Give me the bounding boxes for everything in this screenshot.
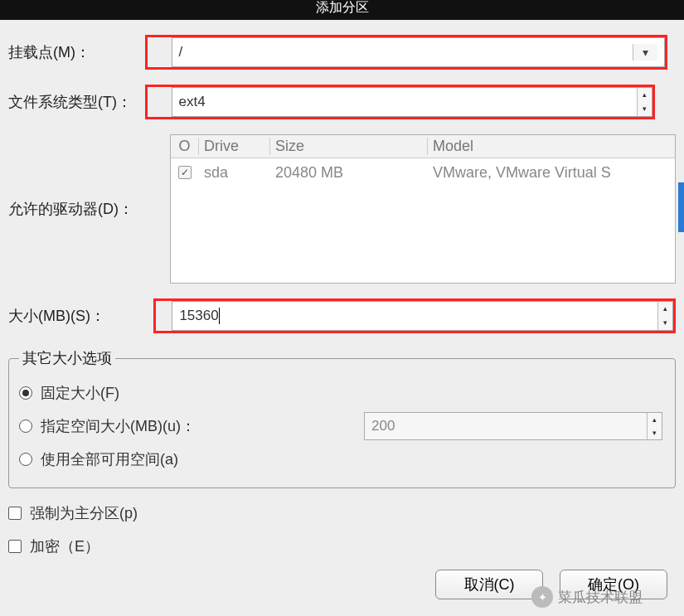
drives-table[interactable]: O Drive Size Model ✓ sda 20480 MB VMware… [170,134,676,284]
drive-model: VMware, VMware Virtual S [428,164,675,182]
radio-upto-label: 指定空间大小(MB)(u)： [41,416,356,436]
fs-type-row: 文件系统类型(T)： ext4 ▴▾ [8,85,676,119]
size-label: 大小(MB)(S)： [8,306,153,326]
drive-name: sda [199,164,270,182]
spinner-icon: ▴▾ [647,413,662,439]
radio-icon [19,453,32,466]
upto-spinner: 200 ▴▾ [364,412,662,440]
table-row[interactable]: ✓ sda 20480 MB VMware, VMware Virtual S [171,158,675,187]
checkbox-icon [8,540,22,553]
dialog-titlebar: 添加分区 [0,0,684,20]
fs-type-value: ext4 [172,88,637,116]
size-spinner[interactable]: 15360 ▴▾ [172,301,673,331]
radio-fill[interactable]: 使用全部可用空间(a) [19,443,665,476]
radio-icon [19,420,32,433]
mount-point-value: / [179,44,633,61]
drives-header: O Drive Size Model [171,135,675,158]
highlight-size: 15360 ▴▾ [153,298,676,333]
radio-fixed[interactable]: 固定大小(F) [19,376,665,410]
drives-label: 允许的驱动器(D)： [8,199,170,219]
fs-type-combo[interactable]: ext4 ▴▾ [172,87,652,117]
drive-size: 20480 MB [270,164,428,182]
upto-value: 200 [365,413,647,439]
spinner-icon[interactable]: ▴▾ [637,88,652,116]
size-value: 15360 [179,308,218,324]
mount-point-label: 挂载点(M)： [8,42,153,62]
spinner-icon[interactable]: ▴▾ [657,302,672,330]
fs-type-label: 文件系统类型(T)： [8,92,166,112]
mount-point-combo[interactable]: / [172,37,665,67]
other-size-legend: 其它大小选项 [19,348,115,368]
size-row: 大小(MB)(S)： 15360 ▴▾ [8,298,676,333]
force-primary-label: 强制为主分区(p) [30,503,138,523]
ok-button[interactable]: 确定(O) [560,570,667,599]
col-model: Model [428,138,675,155]
highlight-fs: ext4 ▴▾ [145,85,655,119]
drive-checkbox[interactable]: ✓ [178,166,192,179]
dialog-buttons: 取消(C) 确定(O) ✦ 菜瓜技术联盟 [8,563,676,608]
text-cursor [219,308,220,324]
col-check: O [171,138,199,155]
radio-fixed-label: 固定大小(F) [41,383,119,403]
chevron-down-icon[interactable] [633,44,657,61]
other-size-fieldset: 其它大小选项 固定大小(F) 指定空间大小(MB)(u)： 200 ▴▾ 使用全… [8,348,676,488]
radio-fill-label: 使用全部可用空间(a) [41,449,178,469]
mount-point-row: 挂载点(M)： / [8,35,676,70]
col-drive: Drive [199,138,270,155]
col-size: Size [270,138,428,155]
radio-upto[interactable]: 指定空间大小(MB)(u)： 200 ▴▾ [19,410,665,443]
radio-icon [19,386,32,400]
dialog-title: 添加分区 [316,0,369,14]
window-edge-hint [678,182,684,232]
encrypt-row[interactable]: 加密（E） [8,530,676,563]
checkbox-icon [8,507,22,520]
encrypt-label: 加密（E） [30,536,99,556]
drives-row: 允许的驱动器(D)： O Drive Size Model ✓ sda 204 [8,134,676,284]
highlight-mount: / [145,35,667,70]
cancel-button[interactable]: 取消(C) [435,570,543,599]
force-primary-row[interactable]: 强制为主分区(p) [8,497,676,530]
